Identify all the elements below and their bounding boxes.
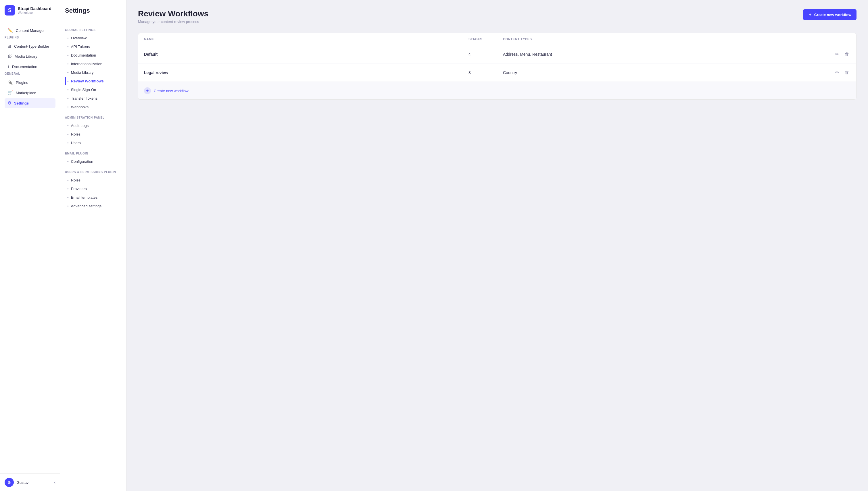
settings-item-media-library[interactable]: ● Media Library bbox=[65, 68, 121, 77]
settings-item-api-tokens[interactable]: ● API Tokens bbox=[65, 42, 121, 51]
col-content-types: CONTENT TYPES bbox=[503, 37, 828, 41]
settings-roles-users-label: Roles bbox=[71, 178, 80, 182]
settings-advanced-label: Advanced settings bbox=[71, 204, 102, 208]
settings-email-templates-label: Email templates bbox=[71, 195, 98, 200]
brand-icon: S bbox=[5, 5, 15, 16]
settings-item-review-workflows[interactable]: ● Review Workflows bbox=[65, 77, 121, 85]
settings-item-advanced-settings[interactable]: ● Advanced settings bbox=[65, 202, 121, 210]
bullet-icon: ● bbox=[67, 187, 69, 190]
user-section: G Gustav ‹ bbox=[0, 473, 60, 491]
row-2-content-types: Country bbox=[503, 70, 828, 75]
main-content: Review Workflows Manage your content rev… bbox=[127, 0, 868, 491]
avatar: G bbox=[5, 478, 14, 487]
settings-title: Settings bbox=[65, 7, 121, 18]
bullet-icon: ● bbox=[67, 133, 69, 136]
row-2-edit-button[interactable]: ✏ bbox=[834, 68, 840, 76]
bullet-icon: ● bbox=[67, 179, 69, 181]
bullet-icon: ● bbox=[67, 196, 69, 199]
page-header: Review Workflows Manage your content rev… bbox=[138, 9, 857, 24]
plugins-section-label: PLUGINS bbox=[5, 36, 55, 39]
user-name: Gustav bbox=[17, 480, 28, 485]
row-1-edit-button[interactable]: ✏ bbox=[834, 50, 840, 58]
collapse-nav-button[interactable]: ‹ bbox=[54, 480, 55, 485]
nav-documentation[interactable]: ℹ Documentation bbox=[5, 62, 55, 71]
create-btn-label: Create new workflow bbox=[814, 12, 851, 17]
settings-providers-label: Providers bbox=[71, 186, 87, 191]
brand-title: Strapi Dashboard bbox=[18, 6, 51, 11]
settings-overview-label: Overview bbox=[71, 36, 86, 40]
settings-documentation-label: Documentation bbox=[71, 53, 96, 57]
bullet-icon: ● bbox=[67, 80, 69, 82]
page-title: Review Workflows bbox=[138, 9, 208, 18]
nav-settings[interactable]: ⚙ Settings bbox=[5, 98, 55, 108]
row-1-delete-button[interactable]: 🗑 bbox=[844, 51, 850, 58]
bullet-icon: ● bbox=[67, 46, 69, 48]
nav-plugins[interactable]: 🔌 Plugins bbox=[5, 78, 55, 87]
nav-content-manager-label: Content Manager bbox=[16, 28, 45, 33]
col-actions bbox=[828, 37, 850, 41]
row-2-stages: 3 bbox=[468, 70, 503, 75]
settings-api-tokens-label: API Tokens bbox=[71, 45, 90, 49]
settings-item-configuration[interactable]: ● Configuration bbox=[65, 157, 121, 166]
settings-item-transfer-tokens[interactable]: ● Transfer Tokens bbox=[65, 94, 121, 103]
ctb-icon: ⊞ bbox=[7, 44, 11, 49]
media-icon: 🖼 bbox=[7, 54, 12, 59]
content-manager-icon: ✏️ bbox=[7, 28, 13, 33]
nav-media-label: Media Library bbox=[15, 54, 37, 59]
bullet-icon: ● bbox=[67, 160, 69, 163]
plugins-icon: 🔌 bbox=[7, 80, 13, 85]
bullet-icon: ● bbox=[67, 37, 69, 39]
create-workflow-button[interactable]: ＋ Create new workflow bbox=[803, 9, 857, 20]
settings-item-providers[interactable]: ● Providers bbox=[65, 184, 121, 193]
settings-item-roles-users[interactable]: ● Roles bbox=[65, 176, 121, 184]
settings-review-label: Review Workflows bbox=[71, 79, 104, 83]
row-2-actions: ✏ 🗑 bbox=[828, 68, 850, 76]
col-name: NAME bbox=[144, 37, 468, 41]
row-1-name: Default bbox=[144, 52, 468, 57]
marketplace-icon: 🛒 bbox=[7, 90, 13, 95]
settings-item-documentation[interactable]: ● Documentation bbox=[65, 51, 121, 59]
settings-item-roles-admin[interactable]: ● Roles bbox=[65, 130, 121, 138]
nav-media-library[interactable]: 🖼 Media Library bbox=[5, 52, 55, 61]
row-1-actions: ✏ 🗑 bbox=[828, 50, 850, 58]
settings-sidebar: Settings GLOBAL SETTINGS ● Overview ● AP… bbox=[60, 0, 127, 491]
col-stages: STAGES bbox=[468, 37, 503, 41]
settings-icon: ⚙ bbox=[7, 100, 11, 106]
settings-item-users[interactable]: ● Users bbox=[65, 139, 121, 147]
settings-item-internationalization[interactable]: ● Internationalization bbox=[65, 60, 121, 68]
nav-settings-label: Settings bbox=[14, 101, 29, 105]
create-workflow-row[interactable]: + Create new workflow bbox=[138, 82, 856, 99]
general-section-label: GENERAL bbox=[5, 72, 55, 75]
workflows-table: NAME STAGES CONTENT TYPES Default 4 Addr… bbox=[138, 33, 857, 99]
users-section-label: USERS & PERMISSIONS PLUGIN bbox=[65, 166, 121, 176]
row-1-content-types: Address, Menu, Restaurant bbox=[503, 52, 828, 57]
plus-icon: ＋ bbox=[808, 12, 812, 17]
settings-item-audit-logs[interactable]: ● Audit Logs bbox=[65, 121, 121, 130]
settings-users-label: Users bbox=[71, 141, 81, 145]
settings-item-sso[interactable]: ● Single Sign-On bbox=[65, 86, 121, 94]
nav-marketplace[interactable]: 🛒 Marketplace bbox=[5, 88, 55, 97]
row-2-delete-button[interactable]: 🗑 bbox=[844, 69, 850, 76]
settings-sso-label: Single Sign-On bbox=[71, 88, 96, 92]
create-workflow-row-label: Create new workflow bbox=[154, 89, 189, 93]
nav-content-manager[interactable]: ✏️ Content Manager bbox=[5, 26, 55, 35]
settings-item-overview[interactable]: ● Overview bbox=[65, 34, 121, 42]
bullet-icon: ● bbox=[67, 142, 69, 144]
table-row: Legal review 3 Country ✏ 🗑 bbox=[138, 63, 856, 82]
bullet-icon: ● bbox=[67, 124, 69, 127]
bullet-icon: ● bbox=[67, 54, 69, 57]
settings-item-webhooks[interactable]: ● Webhooks bbox=[65, 103, 121, 111]
row-1-stages: 4 bbox=[468, 52, 503, 57]
settings-webhooks-label: Webhooks bbox=[71, 105, 88, 109]
global-settings-label: GLOBAL SETTINGS bbox=[65, 24, 121, 34]
email-section-label: EMAIL PLUGIN bbox=[65, 147, 121, 157]
row-2-name: Legal review bbox=[144, 70, 468, 75]
settings-audit-label: Audit Logs bbox=[71, 123, 88, 128]
settings-config-label: Configuration bbox=[71, 160, 93, 164]
settings-media-label: Media Library bbox=[71, 70, 94, 75]
nav-content-type-builder[interactable]: ⊞ Content-Type Builder bbox=[5, 41, 55, 51]
bullet-icon: ● bbox=[67, 106, 69, 108]
settings-transfer-label: Transfer Tokens bbox=[71, 96, 98, 100]
bullet-icon: ● bbox=[67, 88, 69, 91]
settings-item-email-templates[interactable]: ● Email templates bbox=[65, 193, 121, 202]
